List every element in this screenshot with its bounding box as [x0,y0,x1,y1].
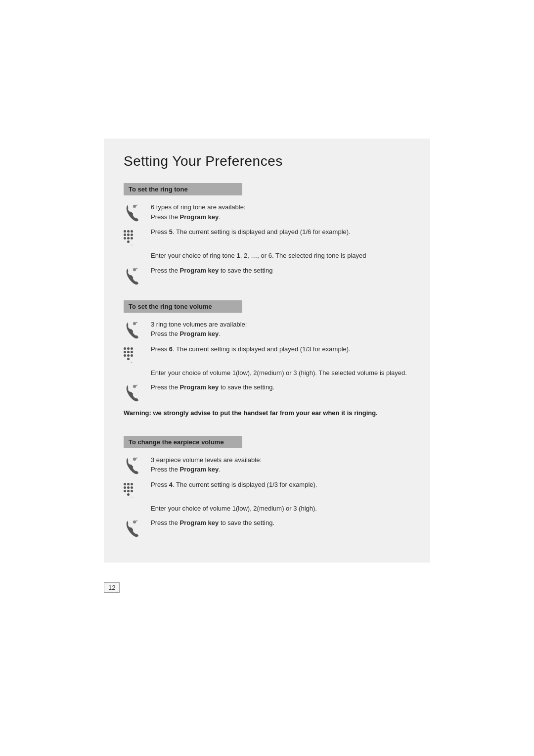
step-3-1: 3 earpiece volume levels are available: … [124,455,410,475]
handset-icon-2 [124,266,151,285]
step-2-1: 3 ring tone volumes are available: Press… [124,320,410,339]
step-2-3-text: Enter your choice of volume 1(low), 2(me… [151,368,410,378]
step-2-3: Enter your choice of volume 1(low), 2(me… [124,368,410,378]
section-header-ring-volume: To set the ring tone volume [124,300,242,313]
step-2-2-text: Press 6. The current setting is displaye… [151,344,410,354]
step-1-4: Press the Program key to save the settin… [124,266,410,285]
page-number: 12 [104,582,120,593]
page: Setting Your Preferences To set the ring… [0,0,534,756]
handset-icon-6 [124,518,151,538]
handset-icon-4 [124,382,151,402]
section-header-earpiece: To change the earpiece volume [124,436,242,448]
step-2-1-text: 3 ring tone volumes are available: Press… [151,320,410,339]
spacer-1 [124,251,151,252]
step-1-3: Enter your choice of ring tone 1, 2, …, … [124,251,410,261]
step-3-4: Press the Program key to save the settin… [124,518,410,538]
handset-icon-5 [124,455,151,475]
step-3-3: Enter your choice of volume 1(low), 2(me… [124,504,410,514]
step-3-2-text: Press 4. The current setting is displaye… [151,480,410,490]
step-3-2: Press 4. The current setting is displaye… [124,480,410,499]
step-3-1-text: 3 earpiece volume levels are available: … [151,455,410,474]
step-1-2-text: Press 5. The current setting is displaye… [151,227,410,237]
keypad-icon-3 [124,480,151,499]
handset-icon-3 [124,320,151,339]
step-1-1-text: 6 types of ring tone are available: Pres… [151,202,410,222]
spacer-3 [124,504,151,505]
section-header-ring-tone: To set the ring tone [124,183,242,195]
page-title: Setting Your Preferences [124,153,410,169]
keypad-icon-2 [124,344,151,363]
step-1-3-text: Enter your choice of ring tone 1, 2, …, … [151,251,410,261]
step-2-4: Press the Program key to save the settin… [124,382,410,402]
step-3-3-text: Enter your choice of volume 1(low), 2(me… [151,504,410,514]
step-3-4-text: Press the Program key to save the settin… [151,518,410,528]
keypad-icon-1 [124,227,151,246]
spacer-2 [124,368,151,369]
step-1-4-text: Press the Program key to save the settin… [151,266,410,276]
step-1-1: 6 types of ring tone are available: Pres… [124,202,410,222]
step-2-2: Press 6. The current setting is displaye… [124,344,410,363]
handset-icon-1 [124,202,151,222]
step-2-4-text: Press the Program key to save the settin… [151,382,410,392]
content-box: Setting Your Preferences To set the ring… [104,139,430,563]
step-1-2: Press 5. The current setting is displaye… [124,227,410,246]
warning-text: Warning: we strongly advise to put the h… [124,408,410,418]
